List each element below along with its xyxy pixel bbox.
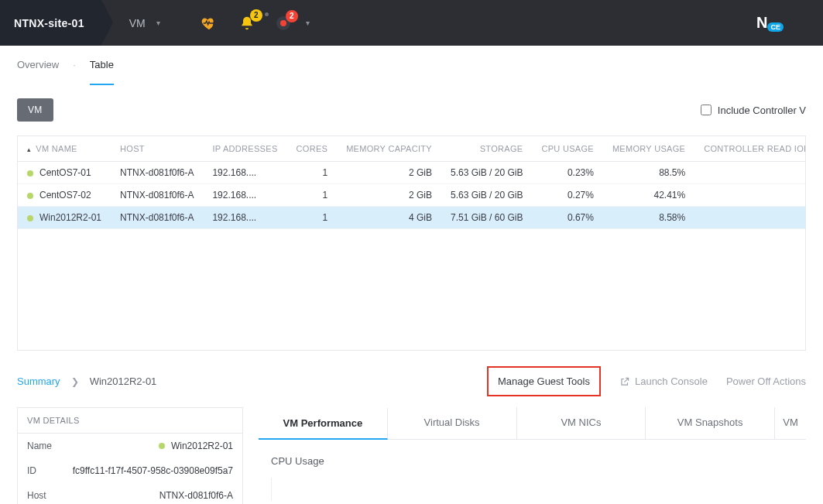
tab-overview[interactable]: Overview [17, 46, 59, 84]
vm-detail-tabs: VM Performance Virtual Disks VM NICs VM … [259, 407, 806, 440]
vm-details-header: VM DETAILS [18, 408, 242, 434]
col-cpu[interactable]: CPU USAGE [532, 136, 603, 162]
vm-button[interactable]: VM [17, 98, 53, 122]
detail-value: Win2012R2-01 [159, 441, 233, 451]
launch-icon [619, 376, 630, 387]
cell-cores: 1 [287, 207, 338, 229]
launch-console-action[interactable]: Launch Console [619, 375, 708, 387]
cell-vm-name: CentOS7-01 [18, 162, 111, 184]
tab-table[interactable]: Table [90, 46, 114, 84]
manage-guest-tools-action[interactable]: Manage Guest Tools [498, 375, 590, 387]
cell-memcap: 2 GiB [337, 184, 441, 207]
col-ip[interactable]: IP ADDRESSES [203, 136, 286, 162]
tab-vm-performance[interactable]: VM Performance [259, 408, 388, 440]
recording-icon[interactable]: 2 [276, 16, 290, 30]
alerts-badge: 2 [250, 9, 262, 22]
include-controller-label: Include Controller V [718, 105, 806, 116]
vm-tabs-panel: VM Performance Virtual Disks VM NICs VM … [259, 407, 806, 504]
cell-memuse: 88.5% [603, 162, 694, 184]
chevron-down-icon: ▾ [156, 19, 160, 27]
highlighted-action: Manage Guest Tools [487, 366, 601, 396]
cell-cpu: 0.23% [532, 162, 603, 184]
chart-title: CPU Usage [271, 455, 794, 467]
status-dot-icon [27, 215, 33, 221]
breadcrumb-current: Win2012R2-01 [90, 375, 157, 387]
brand-letter: N [756, 14, 766, 32]
col-memuse[interactable]: MEMORY USAGE [603, 136, 694, 162]
chart-area: CPU Usage [259, 440, 806, 504]
site-name: NTNX-site-01 [14, 17, 84, 29]
col-vm-name[interactable]: VM NAME [18, 136, 111, 162]
col-host[interactable]: HOST [111, 136, 203, 162]
col-criops[interactable]: CONTROLLER READ IOPS [694, 136, 806, 162]
cell-criops: 0 [694, 162, 806, 184]
brand-logo: N CE [756, 14, 786, 32]
cell-cpu: 0.27% [532, 184, 603, 207]
separator-dot-icon: · [73, 59, 76, 70]
cell-ip: 192.168.... [203, 207, 286, 229]
cell-ip: 192.168.... [203, 162, 286, 184]
detail-row-name: Name Win2012R2-01 [18, 434, 242, 458]
status-dot-icon [27, 170, 33, 177]
table-header-row: VM NAME HOST IP ADDRESSES CORES MEMORY C… [18, 136, 806, 162]
breadcrumb-summary-link[interactable]: Summary [17, 375, 60, 387]
table-row[interactable]: Win2012R2-01NTNX-d081f0f6-A192.168....14… [18, 207, 806, 229]
chevron-right-icon: ❯ [71, 376, 79, 387]
col-storage[interactable]: STORAGE [441, 136, 532, 162]
vm-table: VM NAME HOST IP ADDRESSES CORES MEMORY C… [17, 135, 806, 351]
cell-criops: 0 [694, 184, 806, 207]
detail-value: fc9ffc11-f17f-4507-958c-03908e09f5a7 [73, 465, 233, 476]
lower-panels: VM DETAILS Name Win2012R2-01 ID fc9ffc11… [0, 407, 823, 504]
section-dropdown[interactable]: VM ▾ [101, 17, 182, 29]
detail-label: Name [27, 441, 52, 451]
chevron-down-icon[interactable]: ▾ [306, 19, 310, 27]
alerts-icon[interactable]: 2 [239, 15, 255, 31]
breadcrumb: Summary ❯ Win2012R2-01 [17, 375, 156, 387]
top-bar: NTNX-site-01 VM ▾ 2 2 ▾ N CE [0, 0, 823, 46]
tab-vm-snapshots[interactable]: VM Snapshots [646, 407, 775, 439]
detail-label: ID [27, 465, 36, 476]
cell-host: NTNX-d081f0f6-A [111, 207, 203, 229]
brand-tag: CE [767, 22, 784, 32]
dot-indicator-icon [265, 12, 269, 16]
midrow: Summary ❯ Win2012R2-01 Manage Guest Tool… [0, 351, 823, 407]
cell-memcap: 4 GiB [337, 207, 441, 229]
detail-row-host: Host NTNX-d081f0f6-A [18, 483, 242, 504]
cpu-usage-chart [271, 478, 794, 501]
cell-ip: 192.168.... [203, 184, 286, 207]
cell-storage: 5.63 GiB / 20 GiB [441, 162, 532, 184]
include-controller-checkbox[interactable] [701, 105, 712, 115]
cell-memuse: 8.58% [603, 207, 694, 229]
cell-memuse: 42.41% [603, 184, 694, 207]
detail-row-id: ID fc9ffc11-f17f-4507-958c-03908e09f5a7 [18, 458, 242, 483]
cell-cores: 1 [287, 162, 338, 184]
vm-details-panel: VM DETAILS Name Win2012R2-01 ID fc9ffc11… [17, 407, 243, 504]
table-row[interactable]: CentOS7-01NTNX-d081f0f6-A192.168....12 G… [18, 162, 806, 184]
col-memcap[interactable]: MEMORY CAPACITY [337, 136, 441, 162]
status-dot-icon [159, 443, 165, 449]
col-cores[interactable]: CORES [287, 136, 338, 162]
cell-cores: 1 [287, 184, 338, 207]
cell-memcap: 2 GiB [337, 162, 441, 184]
cell-host: NTNX-d081f0f6-A [111, 184, 203, 207]
subnav: Overview · Table [0, 46, 823, 84]
cell-storage: 7.51 GiB / 60 GiB [441, 207, 532, 229]
include-controller-toggle[interactable]: Include Controller V [701, 105, 806, 116]
cell-host: NTNX-d081f0f6-A [111, 162, 203, 184]
detail-value: NTNX-d081f0f6-A [159, 490, 233, 501]
tab-virtual-disks[interactable]: Virtual Disks [388, 407, 517, 439]
site-tab[interactable]: NTNX-site-01 [0, 0, 101, 46]
topbar-icons: 2 2 ▾ [182, 15, 310, 32]
vm-actions: Manage Guest Tools Launch Console Power … [487, 366, 806, 396]
power-off-action[interactable]: Power Off Actions [726, 375, 806, 387]
cell-vm-name: CentOS7-02 [18, 184, 111, 207]
detail-label: Host [27, 490, 46, 501]
tab-vm-nics[interactable]: VM NICs [517, 407, 646, 439]
cell-criops: 2 [694, 207, 806, 229]
cell-storage: 5.63 GiB / 20 GiB [441, 184, 532, 207]
cell-cpu: 0.67% [532, 207, 603, 229]
table-row[interactable]: CentOS7-02NTNX-d081f0f6-A192.168....12 G… [18, 184, 806, 207]
health-icon[interactable] [201, 15, 218, 32]
status-dot-icon [27, 193, 33, 199]
tab-vm-extra[interactable]: VM [775, 407, 806, 439]
